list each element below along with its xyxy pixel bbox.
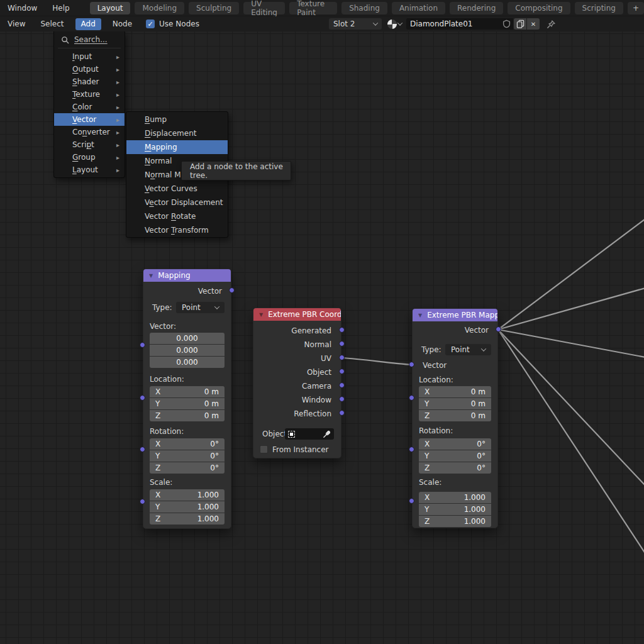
add-menu-item-vector[interactable]: Vector▸ xyxy=(54,113,125,126)
pin-icon[interactable] xyxy=(547,19,556,29)
rotation-y-field[interactable]: Y0° xyxy=(419,450,491,462)
input-socket-rotation[interactable] xyxy=(409,447,414,452)
from-instancer-checkbox[interactable] xyxy=(260,445,268,453)
help-menu[interactable]: Help xyxy=(45,4,77,13)
submenu-item-displacement[interactable]: Displacement xyxy=(126,126,228,140)
unlink-material-button[interactable]: ✕ xyxy=(527,18,540,30)
node-mapping[interactable]: ▼Mapping Vector Type: Point Vector: 0.00… xyxy=(143,269,231,529)
submenu-item-vector-rotate[interactable]: Vector Rotate xyxy=(126,209,228,223)
input-socket-vector[interactable] xyxy=(409,362,414,367)
output-socket-vector[interactable] xyxy=(496,326,501,332)
location-z-field[interactable]: Z0 m xyxy=(150,410,225,421)
rotation-x-field[interactable]: X0° xyxy=(150,438,225,450)
rotation-y-field[interactable]: Y0° xyxy=(150,450,225,462)
submenu-item-vector-curves[interactable]: Vector Curves xyxy=(126,182,228,196)
input-socket-location[interactable] xyxy=(409,395,414,401)
add-menu-item-input[interactable]: Input▸ xyxy=(54,50,125,63)
tab-uv-editing[interactable]: UV Editing xyxy=(243,2,285,14)
tab-sculpting[interactable]: Sculpting xyxy=(189,2,239,14)
output-socket-normal[interactable] xyxy=(339,341,345,347)
node-header[interactable]: ▼Extreme PBR Mapping xyxy=(413,309,497,321)
input-socket-rotation[interactable] xyxy=(140,447,145,452)
vector-y-field[interactable]: 0.000 xyxy=(150,345,225,356)
input-socket-scale[interactable] xyxy=(409,498,414,504)
add-menu-item-script[interactable]: Script▸ xyxy=(54,138,125,151)
scale-z-field[interactable]: Z1.000 xyxy=(419,516,491,527)
add-menu-item-layout[interactable]: Layout▸ xyxy=(54,164,125,176)
menu-search[interactable]: Search... xyxy=(54,33,125,47)
chevron-down-icon[interactable] xyxy=(397,20,402,25)
submenu-item-bump[interactable]: Bump xyxy=(126,113,228,126)
add-menu-item-converter[interactable]: Converter▸ xyxy=(54,126,125,138)
location-section-label: Location: xyxy=(150,375,225,384)
tab-compositing[interactable]: Compositing xyxy=(508,2,570,14)
add-menu-item-color[interactable]: Color▸ xyxy=(54,101,125,113)
material-name-field[interactable]: DiamondPlate01 xyxy=(406,18,499,30)
slot-select[interactable]: Slot 2 xyxy=(329,18,382,30)
tab-scripting[interactable]: Scripting xyxy=(575,2,623,14)
vector-z-field[interactable]: 0.000 xyxy=(150,357,225,368)
output-socket-camera[interactable] xyxy=(339,382,345,388)
location-y-field[interactable]: Y0 m xyxy=(150,398,225,409)
fake-user-button[interactable] xyxy=(499,18,513,30)
location-x-field[interactable]: X0 m xyxy=(419,386,491,397)
node-title: Mapping xyxy=(158,271,191,280)
new-material-button[interactable] xyxy=(514,18,526,30)
object-picker-field[interactable] xyxy=(285,428,334,440)
add-workspace-button[interactable]: + xyxy=(628,2,644,14)
output-socket-generated[interactable] xyxy=(339,327,345,333)
scale-z-field[interactable]: Z1.000 xyxy=(150,513,225,525)
input-socket-vector[interactable] xyxy=(140,342,145,348)
location-y-field[interactable]: Y0 m xyxy=(419,398,491,409)
view-menu[interactable]: View xyxy=(0,19,33,28)
output-socket-reflection[interactable] xyxy=(339,410,345,416)
scale-y-field[interactable]: Y1.000 xyxy=(150,501,225,513)
collapse-triangle-icon[interactable]: ▼ xyxy=(259,312,263,318)
submenu-item-vector-transform[interactable]: Vector Transform xyxy=(126,223,228,237)
rotation-x-field[interactable]: X0° xyxy=(419,438,491,450)
type-dropdown[interactable]: Point xyxy=(176,302,225,313)
rotation-z-field[interactable]: Z0° xyxy=(419,462,491,474)
material-preview-icon[interactable] xyxy=(387,19,397,29)
select-menu[interactable]: Select xyxy=(33,19,71,28)
value: 0° xyxy=(477,464,486,472)
tab-animation[interactable]: Animation xyxy=(392,2,445,14)
window-menu[interactable]: Window xyxy=(0,4,45,13)
node-pbr-coordinates[interactable]: ▼Extreme PBR Coordin... Generated Normal… xyxy=(253,308,341,458)
type-dropdown[interactable]: Point xyxy=(445,344,491,355)
location-x-field[interactable]: X0 m xyxy=(150,386,225,397)
scale-x-field[interactable]: X1.000 xyxy=(150,489,225,501)
rotation-z-field[interactable]: Z0° xyxy=(150,462,225,474)
add-menu-item-shader[interactable]: Shader▸ xyxy=(54,75,125,88)
node-pbr-mapping[interactable]: ▼Extreme PBR Mapping Vector Type: Point … xyxy=(412,308,498,528)
output-socket-object[interactable] xyxy=(339,369,345,374)
use-nodes-checkbox[interactable]: ✓ xyxy=(146,19,155,28)
tab-shading[interactable]: Shading xyxy=(341,2,387,14)
tab-layout[interactable]: Layout xyxy=(90,2,131,14)
tab-modeling[interactable]: Modeling xyxy=(135,2,184,14)
slot-label: Slot 2 xyxy=(333,19,355,28)
eyedropper-icon[interactable] xyxy=(323,430,331,438)
location-z-field[interactable]: Z0 m xyxy=(419,410,491,421)
collapse-triangle-icon[interactable]: ▼ xyxy=(418,313,422,318)
tab-rendering[interactable]: Rendering xyxy=(450,2,503,14)
submenu-item-mapping[interactable]: Mapping xyxy=(126,140,228,154)
scale-y-field[interactable]: Y1.000 xyxy=(419,504,491,515)
add-menu-item-output[interactable]: Output▸ xyxy=(54,63,125,75)
node-header[interactable]: ▼Extreme PBR Coordin... xyxy=(253,308,341,321)
input-socket-scale[interactable] xyxy=(140,499,145,504)
collapse-triangle-icon[interactable]: ▼ xyxy=(149,273,153,279)
scale-x-field[interactable]: X1.000 xyxy=(419,492,491,503)
output-socket-window[interactable] xyxy=(339,396,345,402)
add-menu-item-texture[interactable]: Texture▸ xyxy=(54,88,125,101)
node-header[interactable]: ▼Mapping xyxy=(143,269,231,282)
add-menu-item-group[interactable]: Group▸ xyxy=(54,151,125,164)
submenu-item-vector-displacement[interactable]: Vector Displacement xyxy=(126,196,228,209)
output-socket-vector[interactable] xyxy=(229,287,235,293)
add-menu-button[interactable]: Add xyxy=(75,18,101,30)
vector-x-field[interactable]: 0.000 xyxy=(150,333,225,344)
input-socket-location[interactable] xyxy=(140,395,145,401)
tab-texture-paint[interactable]: Texture Paint xyxy=(289,2,337,14)
node-menu[interactable]: Node xyxy=(105,19,140,28)
output-socket-uv[interactable] xyxy=(339,355,345,360)
